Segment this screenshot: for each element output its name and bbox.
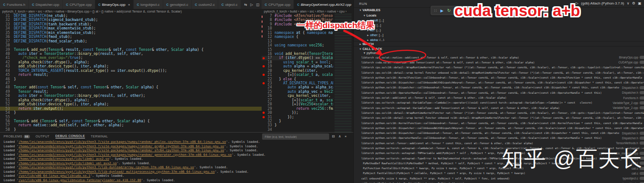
breakpoint-gutter[interactable] — [262, 77, 266, 81]
code-line: 58} — [0, 128, 262, 132]
stack-frame[interactable]: libtorch_python.so!c10::Dispatcher::call… — [354, 80, 644, 85]
breakpoint-gutter[interactable] — [262, 60, 266, 64]
panel-tab-output[interactable]: OUTPUT — [36, 135, 50, 138]
variable-row-iter[interactable]: ▸iter: {...} — [354, 28, 644, 33]
breakpoint-icon[interactable] — [262, 73, 266, 77]
line-number: 23 — [266, 81, 275, 85]
variable-row-other[interactable]: ▸other: [...] — [354, 33, 644, 37]
close-icon[interactable]: × — [128, 3, 130, 7]
breakpoint-icon[interactable] — [262, 56, 266, 60]
breakpoint-gutter[interactable] — [262, 52, 266, 56]
code-line: 32DEFINE_DISPATCH(sigmoid_backward_stub)… — [0, 18, 262, 22]
stack-frame[interactable]: call_unbound(Py_ssize_t nargs, PyObject … — [354, 176, 644, 181]
library-path-link[interactable]: /usr/lib/x86_64-linux-gnu/libcuda.so.1 — [19, 174, 90, 178]
library-path-link[interactable]: /home/lei/anaconda3/envs/pyqt/lib/libmkl… — [19, 157, 109, 161]
breakpoint-gutter[interactable] — [262, 43, 266, 47]
library-path-link[interactable]: /home/lei/anaconda3/envs/pyqt/lib/python… — [19, 153, 232, 157]
compare-icon[interactable]: ⇆ — [244, 3, 247, 7]
tab-custom2-c[interactable]: Ccustom2.c — [192, 0, 219, 9]
tab-cputype-cpp[interactable]: CCPUType.cpp — [262, 0, 294, 9]
drag-handle-icon[interactable]: ∷ — [434, 8, 437, 13]
run-icon[interactable]: ▷ — [250, 3, 253, 7]
split-panel-icon[interactable]: ⊟ — [332, 134, 335, 138]
line-number-badge — [640, 91, 644, 94]
breakpoint-gutter[interactable] — [262, 90, 266, 94]
launch-config-label[interactable]: (gdb) Attach (Python-3.7.9) — [581, 1, 624, 5]
library-path-link[interactable]: /home/lei/anaconda3/envs/pyqt/lib/libmkl… — [19, 162, 117, 165]
library-path-link[interactable]: /home/lei/anaconda3/envs/pyqt/lib/python… — [19, 166, 194, 169]
stack-frame[interactable]: libtorch_cpu.so!c10::detail::wrap_kernel… — [354, 116, 644, 121]
tab-genobject-c[interactable]: Cgenobject.c — [163, 0, 192, 9]
stack-frame[interactable]: libtorch_cpu.so!torch::autograd::Variabl… — [354, 100, 644, 105]
stack-frame[interactable]: libtorch_cpu.so!torch::autograd::Variabl… — [354, 105, 644, 110]
breakpoint-icon[interactable] — [262, 115, 266, 119]
stack-frame[interactable]: libtorch_python.so!c10::Dispatcher::call… — [354, 130, 644, 135]
editor-binaryopskernel-cpp[interactable]: 7#include <ATen/native/TensorIterator.h>… — [262, 14, 333, 132]
close-icon[interactable]: × — [345, 134, 347, 138]
stack-frame[interactable]: libtorch_cpu.so!c10::detail::WrapRuntime… — [354, 110, 644, 115]
tab-dispatcher-cpp[interactable]: CDispatcher.cpp — [29, 0, 63, 9]
stack-frame[interactable]: call_maybe(PyObject * obj, Py_Identifier… — [354, 181, 644, 183]
breakpoint-gutter[interactable] — [262, 48, 266, 52]
breakpoint-gutter[interactable] — [262, 107, 266, 111]
chevron-down-icon[interactable]: ∨ — [627, 1, 629, 5]
panel-tab-problems[interactable]: PROBLEMS55 — [4, 135, 30, 138]
breakpoint-gutter[interactable] — [262, 123, 266, 127]
library-path-link[interactable]: /home/lei/anaconda3/envs/pyqt/lib/python… — [19, 170, 215, 174]
line-number: 21 — [266, 73, 275, 77]
code-line: 24 auto alpha = alpha_scalar.to<scalar_t… — [262, 85, 333, 89]
tab-binaryops-cpp[interactable]: CBinaryOps.cpp× — [95, 0, 134, 9]
library-path-link[interactable]: /usr/lib/x86_64-linux-gnu/libnvidia-fatb… — [19, 179, 141, 182]
breakpoint-gutter[interactable] — [262, 69, 266, 73]
breakpoint-icon[interactable] — [262, 81, 266, 85]
stack-frame[interactable]: libtorch_cpu.so!c10::detail::WrapRuntime… — [354, 65, 644, 70]
breakpoint-icon[interactable] — [262, 111, 266, 115]
breakpoint-gutter[interactable] — [262, 85, 266, 89]
stack-frame[interactable]: libtorch_python.so!c10::OperatorHandle::… — [354, 90, 644, 95]
stack-frame[interactable]: libtorch_cpu.so!at::native::add(const at… — [354, 55, 644, 60]
stack-frame[interactable]: libtorch_cuda.so!at::CUDAType::add_Tenso… — [354, 60, 644, 65]
stack-frame[interactable]: libtorch_python.so!c10::KernelFunction::… — [354, 75, 644, 80]
minimap[interactable] — [335, 14, 352, 132]
stack-frame[interactable]: libtorch_cpu.so!c10::detail::wrap_kernel… — [354, 70, 644, 75]
stack-frame[interactable]: libtorch_python.so!c10::Dispatcher::call… — [354, 85, 644, 90]
library-path-link[interactable]: /home/lei/anaconda3/envs/pyqt/lib/python… — [19, 149, 224, 152]
breakpoint-gutter[interactable] — [262, 119, 266, 123]
library-path-link[interactable]: /home/lei/anaconda3/envs/pyqt/lib/python… — [19, 140, 226, 144]
open-panel-icon[interactable]: ▣ — [638, 1, 641, 5]
tab-functions-h[interactable]: CFunctions.h — [0, 0, 29, 9]
chevron-up-icon[interactable]: ∧ — [339, 134, 341, 138]
variable-row-alpha[interactable]: ▸alpha: {...} — [354, 37, 644, 41]
stack-frame[interactable]: libtorch_cpu.so!at::add(const at::Tensor… — [354, 95, 644, 100]
tab-cputype-cpp[interactable]: CCPUType.cpp — [63, 0, 95, 9]
editor-binaryops-cpp[interactable]: 31DEFINE_DISPATCH(ne_stub);32DEFINE_DISP… — [0, 14, 262, 132]
zhihu-watermark: 知乎 @百夫长 — [502, 145, 643, 173]
gear-icon[interactable]: ⚙ — [632, 1, 635, 5]
breadcrumb[interactable]: pytorch_f_torch › aten › src › ATen › na… — [0, 9, 264, 14]
restart-icon[interactable]: ↻ — [447, 8, 451, 13]
continue-icon[interactable]: ▶ — [441, 8, 444, 13]
tab-longobject-c[interactable]: Clongobject.c — [134, 0, 163, 9]
breakpoint-gutter[interactable] — [262, 128, 266, 132]
breakpoint-gutter[interactable] — [262, 98, 266, 102]
stack-frame[interactable]: libtorch_python.so!c10::Dispatcher::call… — [354, 125, 644, 130]
panel-tab-terminal[interactable]: TERMINAL — [91, 135, 108, 138]
breadcrumb[interactable]: pytorch_f_torch › build › aten › src › A… — [262, 9, 356, 14]
stack-frame[interactable]: libtorch_python.so!c10::KernelFunction::… — [354, 121, 644, 125]
chevron-down-icon: ▾ — [360, 8, 361, 12]
code-line: 16void add_kernel(TensorIterator& iter, … — [262, 52, 333, 56]
stack-frame[interactable]: libtorch_python.so!c10::OperatorHandle::… — [354, 136, 644, 141]
code-line: 30 }); — [262, 111, 333, 115]
variable-row-self[interactable]: ▸self: [...] — [354, 23, 644, 28]
split-editor-icon[interactable]: ◫ — [256, 3, 260, 7]
code-line: 51 alpha_check(iter.dtype(), alpha); — [0, 98, 262, 102]
breakpoint-gutter[interactable] — [262, 102, 266, 106]
breakpoint-gutter[interactable] — [262, 94, 266, 98]
tab-object-c[interactable]: Cobject.c — [218, 0, 241, 9]
console-filter-input[interactable] — [262, 133, 329, 140]
breakpoint-icon[interactable] — [262, 64, 266, 68]
library-path-link[interactable]: /home/lei/anaconda3/envs/pyqt/lib/python… — [19, 145, 224, 148]
code-line: 23 AT_DISPATCH_ALL_TYPES_AND_COMPLEX_AND… — [262, 81, 333, 85]
tab-binaryopskernel-cpp-avx2-cpp[interactable]: CBinaryOpsKernel.cpp.AVX2.cpp× — [294, 0, 353, 9]
panel-tab-debug-console[interactable]: DEBUG CONSOLE — [55, 134, 85, 138]
